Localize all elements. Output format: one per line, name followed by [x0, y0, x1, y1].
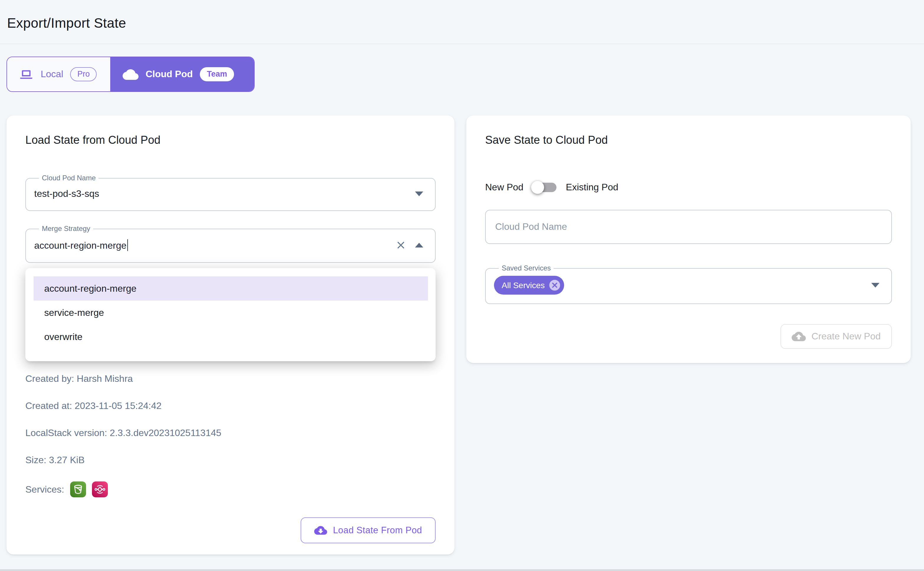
state-mode-toggle: Local Pro Cloud Pod Team: [6, 57, 255, 92]
page-header: Export/Import State: [0, 0, 924, 44]
create-new-pod-button[interactable]: Create New Pod: [780, 324, 892, 349]
pod-created-by: Created by: Harsh Mishra: [25, 373, 436, 384]
pod-services-row: Services:: [25, 481, 436, 497]
team-badge: Team: [200, 68, 234, 81]
pod-mode-switch[interactable]: [532, 180, 558, 194]
tab-local-label: Local: [41, 69, 63, 80]
text-caret: [127, 239, 128, 251]
cloud-pod-name-select-label: Cloud Pod Name: [42, 174, 96, 182]
merge-strategy-value: account-region-merge: [34, 239, 392, 251]
laptop-icon: [19, 67, 34, 82]
cloud-pod-name-input[interactable]: [485, 210, 892, 244]
merge-strategy-listbox: account-region-merge service-merge overw…: [25, 268, 436, 361]
all-services-chip-label: All Services: [502, 281, 545, 290]
clear-icon[interactable]: [392, 237, 409, 253]
load-state-button[interactable]: Load State From Pod: [301, 517, 436, 543]
pro-badge: Pro: [70, 68, 97, 81]
switch-thumb: [531, 181, 544, 194]
option-account-region-merge[interactable]: account-region-merge: [34, 276, 428, 301]
merge-strategy-label: Merge Strategy: [42, 225, 90, 233]
pod-size: Size: 3.27 KiB: [25, 454, 436, 466]
cards-row: Load State from Cloud Pod Cloud Pod Name…: [6, 116, 918, 554]
s3-service-icon: [70, 481, 86, 497]
option-overwrite[interactable]: overwrite: [34, 325, 428, 349]
export-import-state-page: Export/Import State Local Pro Cloud Pod …: [0, 0, 924, 571]
sqs-service-icon: [92, 481, 108, 497]
dropdown-collapse-arrow-icon[interactable]: [415, 243, 423, 247]
pod-localstack-version: LocalStack version: 2.3.3.dev20231025113…: [25, 427, 436, 438]
cloud-icon: [123, 66, 139, 82]
new-pod-label: New Pod: [485, 182, 524, 193]
saved-services-select[interactable]: Saved Services All Services: [485, 265, 892, 304]
chip-remove-icon[interactable]: [548, 279, 561, 292]
window-scrollbar[interactable]: [0, 569, 924, 571]
cloud-pod-name-select-value: test-pod-s3-sqs: [34, 188, 415, 199]
tab-cloud-pod-label: Cloud Pod: [145, 69, 193, 80]
tab-local[interactable]: Local Pro: [7, 57, 111, 91]
cloud-download-icon: [314, 524, 327, 537]
pod-created-at: Created at: 2023-11-05 15:24:42: [25, 400, 436, 411]
save-card-title: Save State to Cloud Pod: [485, 133, 892, 147]
load-state-button-label: Load State From Pod: [333, 525, 422, 536]
load-card-title: Load State from Cloud Pod: [25, 133, 436, 147]
cloud-pod-name-select[interactable]: Cloud Pod Name test-pod-s3-sqs: [25, 174, 436, 211]
pod-metadata: Created by: Harsh Mishra Created at: 202…: [25, 373, 436, 497]
merge-strategy-combobox[interactable]: Merge Strategy account-region-merge: [25, 225, 436, 263]
all-services-chip[interactable]: All Services: [494, 276, 564, 295]
page-title: Export/Import State: [7, 14, 924, 32]
select-arrow-down-icon: [415, 191, 423, 196]
select-arrow-down-icon: [871, 283, 879, 287]
option-service-merge[interactable]: service-merge: [34, 301, 428, 325]
tab-cloud-pod[interactable]: Cloud Pod Team: [111, 57, 254, 91]
cloud-upload-icon: [791, 329, 805, 344]
services-label: Services:: [25, 484, 64, 495]
existing-pod-label: Existing Pod: [566, 182, 618, 193]
create-new-pod-button-label: Create New Pod: [811, 331, 881, 342]
save-state-card: Save State to Cloud Pod New Pod Existing…: [466, 116, 911, 363]
pod-mode-toggle-row: New Pod Existing Pod: [485, 176, 892, 199]
saved-services-label: Saved Services: [502, 264, 551, 272]
load-state-card: Load State from Cloud Pod Cloud Pod Name…: [6, 116, 454, 554]
